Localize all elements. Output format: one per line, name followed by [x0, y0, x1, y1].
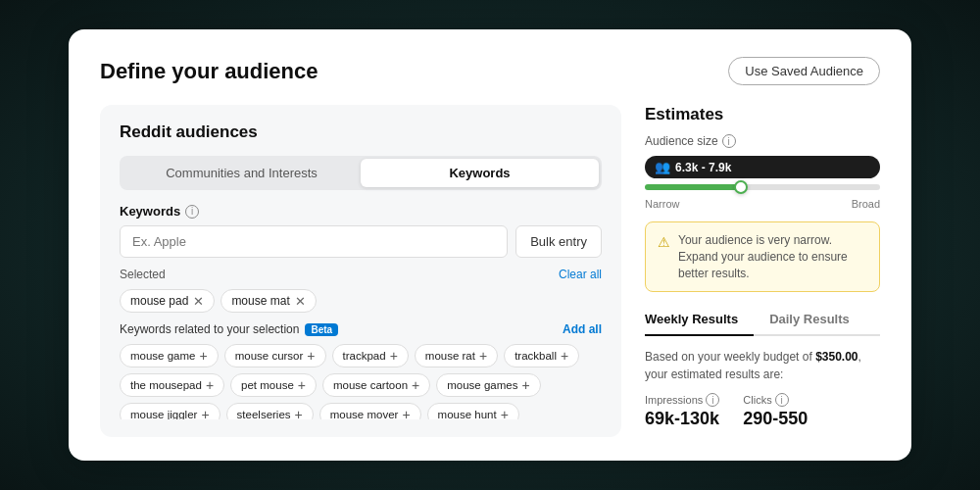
chip-steelseries[interactable]: steelseries + [226, 403, 314, 419]
audience-range-badge: 👥 6.3k - 7.9k [645, 156, 880, 178]
impressions-value: 69k-130k [645, 409, 719, 429]
suggested-chips-grid: mouse game + mouse cursor + trackpad + m… [120, 344, 602, 419]
plus-icon: + [201, 408, 209, 419]
budget-prefix: Based on your weekly budget of [645, 350, 815, 364]
chip-text: mouse game [130, 350, 195, 362]
plus-icon: + [479, 349, 487, 363]
keywords-label: Keywords [120, 204, 180, 219]
chip-trackpad[interactable]: trackpad + [332, 344, 409, 368]
clicks-label: Clicks i [743, 393, 808, 407]
audience-size-info-icon: i [722, 134, 736, 148]
chip-trackball[interactable]: trackball + [504, 344, 579, 368]
chip-the-mousepad[interactable]: the mousepad + [120, 373, 224, 397]
audience-slider[interactable] [645, 184, 880, 190]
audience-range-value: 6.3k - 7.9k [675, 161, 731, 174]
chip-remove-icon[interactable]: ✕ [193, 295, 204, 308]
use-saved-button[interactable]: Use Saved Audience [728, 57, 880, 85]
plus-icon: + [206, 378, 214, 392]
warning-text: Your audience is very narrow. Expand you… [678, 232, 867, 281]
slider-broad-label: Broad [852, 198, 880, 210]
clicks-info-icon: i [775, 393, 789, 407]
plus-icon: + [402, 408, 410, 419]
chip-text: pet mouse [241, 379, 294, 391]
tab-keywords[interactable]: Keywords [361, 159, 599, 187]
plus-icon: + [561, 349, 568, 363]
chip-mouse-pad[interactable]: mouse pad ✕ [120, 289, 215, 313]
chip-mouse-cartoon[interactable]: mouse cartoon + [322, 373, 430, 397]
slider-track [645, 184, 880, 190]
tab-communities[interactable]: Communities and Interests [122, 159, 361, 187]
chip-mouse-mat[interactable]: mouse mat ✕ [220, 289, 316, 313]
impressions-metric: Impressions i 69k-130k [645, 393, 719, 429]
plus-icon: + [199, 349, 207, 363]
card-header: Define your audience Use Saved Audience [100, 57, 880, 85]
reddit-audiences-title: Reddit audiences [120, 122, 602, 142]
impressions-label: Impressions i [645, 393, 719, 407]
chip-mouse-games[interactable]: mouse games + [436, 373, 540, 397]
estimates-title: Estimates [645, 105, 880, 124]
related-label-text: Keywords related to your selection [120, 322, 299, 336]
card-body: Reddit audiences Communities and Interes… [100, 105, 880, 437]
chip-text: mouse rat [425, 350, 475, 362]
people-icon: 👥 [655, 160, 670, 174]
plus-icon: + [295, 408, 303, 419]
right-panel: Estimates Audience size i 👥 6.3k - 7.9k … [645, 105, 880, 437]
budget-amount: $350.00 [815, 350, 858, 364]
input-row: Bulk entry [120, 225, 602, 258]
slider-labels: Narrow Broad [645, 198, 880, 210]
warning-box: ⚠ Your audience is very narrow. Expand y… [645, 221, 880, 292]
chip-text: steelseries [237, 409, 291, 419]
chip-mouse-hunt[interactable]: mouse hunt + [427, 403, 519, 419]
plus-icon: + [412, 378, 419, 392]
chip-pet-mouse[interactable]: pet mouse + [230, 373, 317, 397]
chip-text: mouse hunt [438, 409, 497, 419]
clear-all-button[interactable]: Clear all [559, 268, 602, 281]
chip-text: mouse cursor [235, 350, 304, 362]
chip-mouse-rat[interactable]: mouse rat + [415, 344, 498, 368]
impressions-info-icon: i [706, 393, 719, 407]
plus-icon: + [390, 349, 398, 363]
chip-label: mouse pad [130, 294, 188, 308]
keywords-info-icon: i [185, 205, 199, 219]
slider-thumb [734, 180, 748, 194]
bulk-entry-button[interactable]: Bulk entry [515, 225, 602, 258]
audience-size-label: Audience size i [645, 134, 880, 148]
keyword-input[interactable] [120, 225, 508, 258]
chip-text: mouse games [447, 379, 517, 391]
slider-narrow-label: Narrow [645, 198, 679, 210]
plus-icon: + [501, 408, 509, 419]
selected-row: Selected Clear all [120, 268, 602, 281]
clicks-label-text: Clicks [743, 394, 771, 406]
related-label: Keywords related to your selection Beta [120, 322, 338, 336]
chip-mouse-jiggler[interactable]: mouse jiggler + [120, 403, 220, 419]
chip-mouse-game[interactable]: mouse game + [120, 344, 219, 368]
add-all-button[interactable]: Add all [563, 322, 602, 336]
chip-text: mouse jiggler [130, 409, 197, 419]
main-card: Define your audience Use Saved Audience … [69, 29, 911, 461]
clicks-value: 290-550 [743, 409, 808, 429]
warning-icon: ⚠ [658, 233, 670, 281]
plus-icon: + [307, 349, 315, 363]
chip-label: mouse mat [231, 294, 289, 308]
left-panel: Reddit audiences Communities and Interes… [100, 105, 621, 437]
chip-text: the mousepad [130, 379, 202, 391]
plus-icon: + [521, 378, 529, 392]
impressions-label-text: Impressions [645, 394, 703, 406]
page-title: Define your audience [100, 59, 318, 84]
chip-mouse-cursor[interactable]: mouse cursor + [224, 344, 326, 368]
clicks-metric: Clicks i 290-550 [743, 393, 808, 429]
chip-mouse-mover[interactable]: mouse mover + [319, 403, 421, 419]
metrics-row: Impressions i 69k-130k Clicks i 290-550 [645, 393, 880, 429]
tab-weekly-results[interactable]: Weekly Results [645, 306, 754, 336]
selected-label: Selected [120, 268, 166, 281]
chip-remove-icon[interactable]: ✕ [295, 295, 306, 308]
keywords-label-row: Keywords i [120, 204, 602, 219]
selected-chips: mouse pad ✕ mouse mat ✕ [120, 289, 602, 313]
tab-daily-results[interactable]: Daily Results [754, 306, 865, 336]
results-tabs: Weekly Results Daily Results [645, 306, 880, 336]
chip-text: mouse mover [330, 409, 399, 419]
chip-text: trackball [514, 350, 557, 362]
tab-row: Communities and Interests Keywords [120, 156, 602, 190]
audience-size-text: Audience size [645, 134, 718, 148]
chip-text: trackpad [343, 350, 386, 362]
